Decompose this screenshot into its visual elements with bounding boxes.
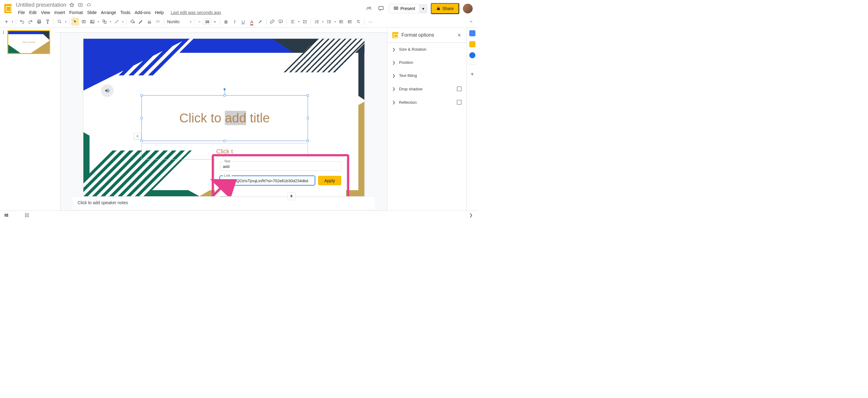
clear-formatting-button[interactable] bbox=[354, 18, 362, 26]
rotate-handle[interactable] bbox=[224, 88, 226, 90]
align-dropdown[interactable]: ▾ bbox=[297, 21, 300, 23]
filmstrip[interactable]: 1 Click to add title bbox=[0, 28, 56, 210]
link-text-input[interactable] bbox=[223, 164, 338, 169]
menu-format[interactable]: Format bbox=[67, 9, 85, 16]
fill-color-button[interactable] bbox=[128, 18, 136, 26]
zoom-button[interactable] bbox=[56, 18, 64, 26]
line-spacing-button[interactable] bbox=[301, 18, 309, 26]
align-button[interactable] bbox=[289, 18, 297, 26]
star-icon[interactable] bbox=[69, 2, 75, 8]
show-side-panel-button[interactable]: ❯ bbox=[469, 213, 473, 217]
indent-decrease-button[interactable] bbox=[337, 18, 345, 26]
menu-edit[interactable]: Edit bbox=[27, 9, 39, 16]
font-size-increase[interactable]: + bbox=[211, 18, 218, 25]
bold-button[interactable]: B bbox=[222, 18, 230, 26]
section-reflection[interactable]: ❯ Reflection bbox=[388, 96, 467, 109]
reflection-checkbox[interactable] bbox=[457, 100, 462, 105]
bulleted-list-dropdown[interactable]: ▾ bbox=[334, 21, 337, 23]
section-drop-shadow[interactable]: ❯ Drop shadow bbox=[388, 82, 467, 96]
border-color-button[interactable] bbox=[137, 18, 145, 26]
insert-comment-button[interactable] bbox=[277, 18, 285, 26]
menu-addons[interactable]: Add-ons bbox=[133, 9, 153, 16]
insert-link-button[interactable] bbox=[268, 18, 276, 26]
speaker-notes[interactable]: Click to add speaker notes bbox=[73, 197, 375, 209]
ruler-vertical[interactable] bbox=[56, 33, 61, 210]
image-tool[interactable] bbox=[88, 18, 96, 26]
indent-increase-button[interactable] bbox=[346, 18, 354, 26]
line-tool[interactable] bbox=[113, 18, 121, 26]
menu-file[interactable]: File bbox=[16, 9, 27, 16]
select-tool[interactable] bbox=[71, 18, 79, 26]
doc-title[interactable]: Untitled presentation bbox=[16, 1, 66, 9]
get-addons-button[interactable]: + bbox=[470, 71, 474, 78]
link-url-field[interactable]: Link bbox=[220, 176, 315, 185]
border-dash-button[interactable] bbox=[154, 18, 162, 26]
present-button[interactable]: Present bbox=[389, 4, 420, 13]
link-text-field[interactable]: Text bbox=[220, 162, 341, 171]
grid-view-button[interactable] bbox=[25, 213, 29, 218]
autofit-button[interactable] bbox=[134, 133, 141, 139]
audio-icon[interactable] bbox=[101, 85, 113, 97]
menu-help[interactable]: Help bbox=[153, 9, 166, 16]
italic-button[interactable]: I bbox=[231, 18, 239, 26]
menu-slide[interactable]: Slide bbox=[85, 9, 99, 16]
more-tools-button[interactable]: ⋯ bbox=[366, 18, 374, 26]
apply-link-button[interactable]: Apply bbox=[318, 176, 341, 185]
menu-insert[interactable]: Insert bbox=[52, 9, 67, 16]
title-textbox[interactable]: Click to add title bbox=[142, 95, 308, 141]
font-size-input[interactable] bbox=[203, 19, 211, 25]
cloud-status-icon[interactable] bbox=[86, 2, 92, 8]
section-size-rotation[interactable]: ❯ Size & Rotation bbox=[388, 43, 467, 56]
filmstrip-view-button[interactable] bbox=[4, 213, 9, 217]
shape-dropdown[interactable]: ▾ bbox=[109, 21, 112, 23]
slides-app-icon[interactable] bbox=[2, 2, 13, 15]
slide-canvas[interactable]: Click to add title Click t Text bbox=[84, 39, 365, 196]
activity-icon[interactable] bbox=[365, 4, 373, 13]
ruler-horizontal[interactable] bbox=[56, 28, 387, 33]
last-edit-link[interactable]: Last edit was seconds ago bbox=[171, 10, 221, 15]
menu-view[interactable]: View bbox=[39, 9, 52, 16]
bulleted-list-button[interactable] bbox=[325, 18, 333, 26]
svg-rect-19 bbox=[5, 214, 5, 217]
highlight-color-button[interactable] bbox=[256, 18, 264, 26]
calendar-addon-icon[interactable] bbox=[469, 30, 475, 36]
font-family-dropdown[interactable]: ▾ bbox=[189, 21, 192, 23]
new-slide-button[interactable] bbox=[2, 18, 10, 26]
numbered-list-dropdown[interactable]: ▾ bbox=[321, 21, 324, 23]
section-position[interactable]: ❯ Position bbox=[388, 56, 467, 69]
shape-tool[interactable] bbox=[100, 18, 108, 26]
account-avatar[interactable] bbox=[463, 4, 473, 13]
comments-icon[interactable] bbox=[377, 4, 385, 13]
svg-rect-2 bbox=[379, 6, 383, 9]
share-button[interactable]: Share bbox=[431, 3, 459, 14]
undo-button[interactable] bbox=[18, 18, 26, 26]
slide-thumb-1[interactable]: 1 Click to add title bbox=[2, 30, 53, 54]
print-button[interactable] bbox=[35, 18, 43, 26]
link-url-input[interactable] bbox=[223, 178, 312, 183]
keep-addon-icon[interactable] bbox=[469, 41, 475, 47]
underline-button[interactable]: U bbox=[239, 18, 247, 26]
font-size-decrease[interactable]: − bbox=[196, 18, 203, 25]
menu-tools[interactable]: Tools bbox=[118, 9, 133, 16]
image-dropdown[interactable]: ▾ bbox=[97, 21, 100, 23]
line-dropdown[interactable]: ▾ bbox=[121, 21, 124, 23]
explore-button[interactable] bbox=[287, 192, 296, 200]
new-slide-dropdown[interactable]: ▾ bbox=[11, 21, 14, 23]
present-dropdown[interactable]: ▾ bbox=[420, 4, 427, 13]
border-weight-button[interactable] bbox=[146, 18, 153, 26]
zoom-dropdown[interactable]: ▾ bbox=[64, 21, 67, 23]
text-color-button[interactable]: A bbox=[248, 18, 256, 26]
textbox-tool[interactable] bbox=[80, 18, 88, 26]
redo-button[interactable] bbox=[27, 18, 34, 26]
font-family-select[interactable]: Nunito bbox=[167, 19, 188, 24]
close-panel-button[interactable] bbox=[457, 33, 462, 37]
numbered-list-button[interactable] bbox=[313, 18, 321, 26]
move-icon[interactable] bbox=[77, 2, 84, 8]
section-text-fitting[interactable]: ❯ Text fitting bbox=[388, 69, 467, 82]
drop-shadow-checkbox[interactable] bbox=[457, 87, 462, 91]
menu-arrange[interactable]: Arrange bbox=[99, 9, 118, 16]
tasks-addon-icon[interactable] bbox=[469, 52, 475, 58]
collapse-toolbar-button[interactable] bbox=[467, 18, 475, 26]
paint-format-button[interactable] bbox=[44, 18, 52, 26]
title-placeholder-text: Click to add title bbox=[179, 111, 270, 126]
